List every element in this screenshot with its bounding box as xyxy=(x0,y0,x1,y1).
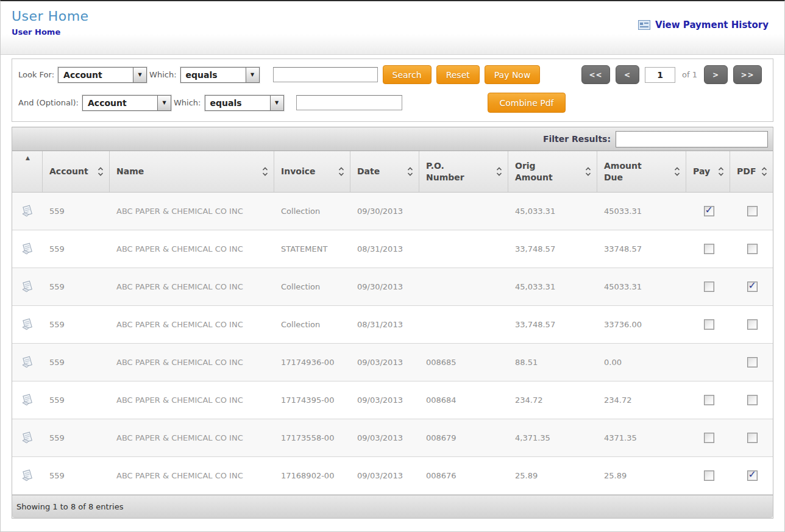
orig-amount-cell: 25.89 xyxy=(508,471,597,480)
date-cell: 09/03/2013 xyxy=(350,471,419,480)
pay-now-button[interactable]: Pay Now xyxy=(485,65,541,84)
sort-icon xyxy=(761,166,767,177)
column-header-date[interactable]: Date xyxy=(350,151,419,192)
name-cell: ABC PAPER & CHEMICAL CO INC xyxy=(110,205,274,218)
pdf-checkbox[interactable]: ✓ xyxy=(747,357,758,367)
search-query-input[interactable] xyxy=(273,67,378,82)
and-optional-label: And (Optional): xyxy=(18,98,79,107)
column-header-amount-due[interactable]: Amount Due xyxy=(597,151,686,192)
column-header-account[interactable]: Account xyxy=(43,151,110,192)
pay-checkbox[interactable]: ✓ xyxy=(704,395,714,405)
operator-select-2[interactable]: equals ▼ xyxy=(205,95,284,111)
column-header-orig-amount[interactable]: Orig Amount xyxy=(508,151,597,192)
table-row: 559 ABC PAPER & CHEMICAL CO INC 17174936… xyxy=(12,344,773,381)
pay-checkbox[interactable]: ✓ xyxy=(704,319,714,330)
invoice-document-icon[interactable] xyxy=(20,355,35,370)
date-cell: 08/31/2013 xyxy=(350,320,419,329)
check-icon: ✓ xyxy=(705,204,713,216)
pay-checkbox[interactable]: ✓ xyxy=(704,244,714,254)
invoice-document-icon[interactable] xyxy=(20,280,35,294)
invoice-cell: 17174395-00 xyxy=(274,395,350,405)
pdf-checkbox[interactable]: ✓ xyxy=(747,282,758,292)
filter-results-label: Filter Results: xyxy=(543,134,611,144)
pdf-checkbox[interactable]: ✓ xyxy=(747,395,758,405)
po-number-cell: 008685 xyxy=(419,358,508,367)
table-row: 559 ABC PAPER & CHEMICAL CO INC Collecti… xyxy=(12,268,773,306)
pay-checkbox[interactable]: ✓ xyxy=(704,470,714,481)
expand-all-header[interactable]: ▲ xyxy=(12,151,43,192)
page-count-label: of 1 xyxy=(682,70,697,79)
operator-select[interactable]: equals ▼ xyxy=(180,67,260,83)
name-cell: ABC PAPER & CHEMICAL CO INC xyxy=(110,356,274,369)
filter-results-input[interactable] xyxy=(616,131,768,147)
combine-pdf-button[interactable]: Combine Pdf xyxy=(488,93,566,113)
orig-amount-cell: 4,371.35 xyxy=(508,433,597,442)
table-row: 559 ABC PAPER & CHEMICAL CO INC 17173558… xyxy=(12,419,773,457)
search-row-1: Look For: Account ▼ Which: equals ▼ Sear… xyxy=(16,65,768,84)
pdf-checkbox[interactable]: ✓ xyxy=(747,244,758,254)
pdf-checkbox[interactable]: ✓ xyxy=(747,433,758,443)
invoice-document-icon[interactable] xyxy=(20,204,35,219)
pdf-checkbox[interactable]: ✓ xyxy=(747,470,758,481)
account-cell: 559 xyxy=(43,282,110,291)
field-select-2[interactable]: Account ▼ xyxy=(82,95,171,111)
view-payment-history-label: View Payment History xyxy=(655,20,769,30)
invoice-document-icon[interactable] xyxy=(20,242,35,257)
invoice-document-icon[interactable] xyxy=(20,317,35,332)
chevron-down-icon: ▼ xyxy=(157,96,171,110)
invoice-cell: 17173558-00 xyxy=(274,433,350,442)
invoice-document-icon[interactable] xyxy=(20,393,35,408)
next-page-button[interactable]: > xyxy=(704,65,728,84)
date-cell: 09/30/2013 xyxy=(350,207,419,216)
search-button[interactable]: Search xyxy=(383,65,432,84)
pay-checkbox[interactable]: ✓ xyxy=(704,206,714,216)
column-header-pdf[interactable]: PDF xyxy=(730,151,773,192)
po-number-cell: 008679 xyxy=(419,433,508,442)
invoice-cell: 17174936-00 xyxy=(274,358,350,367)
table-row: 559 ABC PAPER & CHEMICAL CO INC Collecti… xyxy=(12,193,773,230)
account-cell: 559 xyxy=(43,471,110,480)
column-header-invoice[interactable]: Invoice xyxy=(274,151,350,192)
page-number-input[interactable] xyxy=(645,67,675,83)
amount-due-cell: 45033.31 xyxy=(597,207,686,216)
field-select-2-value: Account xyxy=(83,96,157,110)
table-row: 559 ABC PAPER & CHEMICAL CO INC 17174395… xyxy=(12,381,773,419)
account-cell: 559 xyxy=(43,358,110,367)
field-select[interactable]: Account ▼ xyxy=(58,67,147,83)
last-page-button[interactable]: >> xyxy=(733,65,762,84)
first-page-button[interactable]: << xyxy=(581,65,610,84)
invoice-document-icon[interactable] xyxy=(20,431,35,445)
name-cell: ABC PAPER & CHEMICAL CO INC xyxy=(110,319,274,331)
chevron-down-icon: ▼ xyxy=(246,68,259,82)
view-payment-history-link[interactable]: View Payment History xyxy=(638,20,769,30)
date-cell: 09/03/2013 xyxy=(350,395,419,405)
search-query-input-2[interactable] xyxy=(296,95,402,110)
pay-checkbox[interactable]: ✓ xyxy=(704,282,714,292)
reset-button[interactable]: Reset xyxy=(436,65,480,84)
pdf-checkbox[interactable]: ✓ xyxy=(747,319,758,330)
invoice-document-icon[interactable] xyxy=(20,469,35,483)
date-cell: 09/30/2013 xyxy=(350,282,419,291)
name-cell: ABC PAPER & CHEMICAL CO INC xyxy=(110,470,274,482)
operator-select-value: equals xyxy=(181,68,246,82)
pdf-checkbox[interactable]: ✓ xyxy=(747,206,758,216)
orig-amount-cell: 45,033.31 xyxy=(508,282,597,291)
search-panel: Look For: Account ▼ Which: equals ▼ Sear… xyxy=(12,59,773,122)
column-header-po-number[interactable]: P.O. Number xyxy=(419,151,508,192)
sort-icon xyxy=(496,166,502,177)
name-cell: ABC PAPER & CHEMICAL CO INC xyxy=(110,281,274,293)
name-cell: ABC PAPER & CHEMICAL CO INC xyxy=(110,243,274,255)
pay-checkbox[interactable]: ✓ xyxy=(704,433,714,443)
invoice-cell: STATEMENT xyxy=(274,244,350,254)
orig-amount-cell: 33,748.57 xyxy=(508,244,597,254)
column-header-pay[interactable]: Pay xyxy=(686,151,730,192)
results-grid: Filter Results: ▲ Account Name Invoice D… xyxy=(12,127,773,519)
sort-icon xyxy=(262,166,268,177)
sort-icon xyxy=(718,166,724,177)
operator-select-2-value: equals xyxy=(205,96,270,110)
amount-due-cell: 45033.31 xyxy=(597,282,686,291)
orig-amount-cell: 88.51 xyxy=(508,358,597,367)
sort-icon xyxy=(98,166,104,177)
column-header-name[interactable]: Name xyxy=(110,151,274,192)
prev-page-button[interactable]: < xyxy=(616,65,639,84)
